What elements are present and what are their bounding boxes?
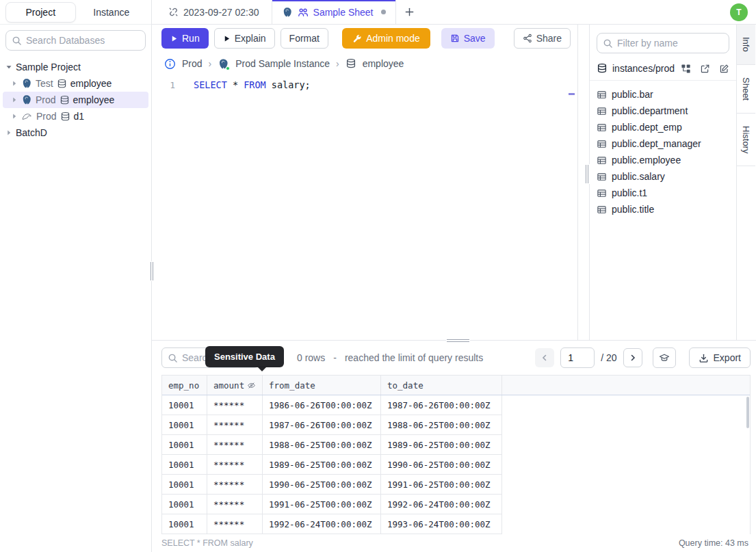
table-row[interactable]: 10001******1988-06-25T00:00:00Z1989-06-2… <box>162 435 502 455</box>
line-number: 1 <box>156 80 175 90</box>
left-sidebar: Project Instance Sample Project Test emp… <box>0 0 152 552</box>
postgresql-icon <box>21 78 32 89</box>
save-icon <box>450 34 460 43</box>
table-row[interactable]: 10001******1987-06-26T00:00:00Z1988-06-2… <box>162 415 502 435</box>
connection-label: instances/prod <box>612 63 675 74</box>
breadcrumb-instance[interactable]: Prod Sample Instance <box>235 58 330 69</box>
database-label: d1 <box>74 111 85 122</box>
sheet-tab-timestamp[interactable]: 2023-09-27 02:30 <box>156 0 272 24</box>
admin-mode-button[interactable]: Admin mode <box>342 28 430 49</box>
format-button[interactable]: Format <box>281 28 328 49</box>
table-filter-input[interactable] <box>617 38 723 49</box>
page-number-input[interactable] <box>560 347 595 368</box>
caret-right-icon <box>5 129 12 136</box>
postgresql-icon <box>21 94 32 105</box>
database-search[interactable] <box>5 30 146 51</box>
caret-down-icon <box>5 64 12 70</box>
table-list-item[interactable]: public.dept_manager <box>597 135 729 152</box>
external-link-icon[interactable] <box>700 64 710 74</box>
table-icon <box>597 122 607 133</box>
breadcrumb-environment[interactable]: Prod <box>182 58 203 69</box>
instance-env-label: Prod <box>36 111 57 122</box>
database-icon <box>597 63 608 74</box>
table-list-item[interactable]: public.department <box>597 103 729 119</box>
horizontal-resize-handle[interactable] <box>446 338 470 343</box>
column-header[interactable]: emp_no <box>162 376 207 395</box>
minimap-mark <box>569 93 575 95</box>
download-icon <box>699 353 709 363</box>
breadcrumb: Prod › Prod Sample Instance › employee <box>156 52 577 75</box>
edit-icon[interactable] <box>719 64 729 74</box>
connection-row: instances/prod <box>590 59 736 81</box>
unsaved-dot <box>381 10 386 14</box>
column-header[interactable]: to_date <box>381 376 502 395</box>
column-header[interactable]: from_date <box>263 376 381 395</box>
side-tab-sheet[interactable]: Sheet <box>737 65 755 114</box>
sql-editor[interactable]: 1 SELECT * FROM salary; <box>156 75 577 340</box>
chevron-right-icon: › <box>209 58 212 69</box>
export-button[interactable]: Export <box>689 347 751 368</box>
side-tab-info[interactable]: Info <box>737 25 755 65</box>
breadcrumb-database[interactable]: employee <box>363 58 404 69</box>
masking-settings-button[interactable] <box>653 347 676 368</box>
table-filter[interactable] <box>597 33 729 53</box>
tree-item-test-employee[interactable]: Test employee <box>3 75 148 92</box>
new-tab-button[interactable] <box>396 0 423 24</box>
info-icon[interactable] <box>164 58 176 70</box>
table-list-item[interactable]: public.dept_emp <box>597 119 729 135</box>
prev-page-button[interactable] <box>535 348 554 367</box>
run-button[interactable]: Run <box>161 28 209 49</box>
instance-env-label: Test <box>36 78 53 89</box>
page-total: / 20 <box>601 352 616 363</box>
database-icon <box>346 58 356 69</box>
share-button[interactable]: Share <box>514 28 571 49</box>
table-list-item[interactable]: public.t1 <box>597 185 729 201</box>
table-list-item[interactable]: public.employee <box>597 152 729 168</box>
next-page-button[interactable] <box>623 348 642 367</box>
status-dot <box>226 66 230 70</box>
tree-item-sample-project[interactable]: Sample Project <box>3 59 148 75</box>
sql-editor-app: Project Instance Sample Project Test emp… <box>0 0 756 552</box>
chevron-left-icon <box>540 354 549 362</box>
tab-project[interactable]: Project <box>5 2 76 23</box>
sensitive-data-tooltip: Sensitive Data <box>205 346 284 367</box>
schema-diagram-icon[interactable] <box>681 64 691 74</box>
table-scrollbar[interactable] <box>746 397 749 428</box>
table-row[interactable]: 10001******1991-06-25T00:00:00Z1992-06-2… <box>162 495 502 514</box>
row-count: 0 rows <box>297 352 325 363</box>
table-icon <box>597 139 607 149</box>
tab-instance[interactable]: Instance <box>77 2 146 23</box>
schema-panel: instances/prod public.bar public.departm… <box>589 25 736 340</box>
eye-off-icon[interactable] <box>247 381 256 390</box>
sheet-tabbar: 2023-09-27 02:30 Sample Sheet T <box>152 0 756 25</box>
play-icon <box>170 35 178 42</box>
caret-right-icon <box>11 96 18 103</box>
table-row[interactable]: 10001******1986-06-26T00:00:00Z1987-06-2… <box>162 395 502 415</box>
unlink-icon <box>168 7 179 17</box>
table-row[interactable]: 10001******1992-06-24T00:00:00Z1993-06-2… <box>162 514 502 534</box>
table-list-item[interactable]: public.salary <box>597 168 729 185</box>
column-header-masked[interactable]: amount <box>207 376 263 395</box>
tree-item-prod-employee[interactable]: Prod employee <box>3 92 148 108</box>
side-tab-history[interactable]: History <box>737 114 755 166</box>
save-button[interactable]: Save <box>441 28 495 49</box>
limit-message: reached the limit of query results <box>345 352 483 363</box>
tree-item-prod-d1[interactable]: Prod d1 <box>3 108 148 124</box>
database-search-input[interactable] <box>26 35 140 46</box>
tree-item-batchd[interactable]: BatchD <box>3 124 148 141</box>
database-label: employee <box>73 94 115 105</box>
table-row[interactable]: 10001******1989-06-25T00:00:00Z1990-06-2… <box>162 455 502 475</box>
table-list-item[interactable]: public.title <box>597 201 729 218</box>
database-label: employee <box>70 78 112 89</box>
right-panel-resize-handle[interactable] <box>584 164 590 184</box>
table-row[interactable]: 10001******1990-06-25T00:00:00Z1991-06-2… <box>162 475 502 495</box>
search-icon <box>12 36 22 46</box>
left-panel-resize-handle[interactable] <box>149 261 155 281</box>
sheet-tab-sample-sheet[interactable]: Sample Sheet <box>272 0 396 24</box>
chevron-right-icon <box>629 354 637 362</box>
explain-button[interactable]: Explain <box>214 28 275 49</box>
database-icon <box>57 79 67 89</box>
column-header-filler <box>502 376 750 395</box>
avatar[interactable]: T <box>730 3 748 21</box>
table-list-item[interactable]: public.bar <box>597 86 729 103</box>
